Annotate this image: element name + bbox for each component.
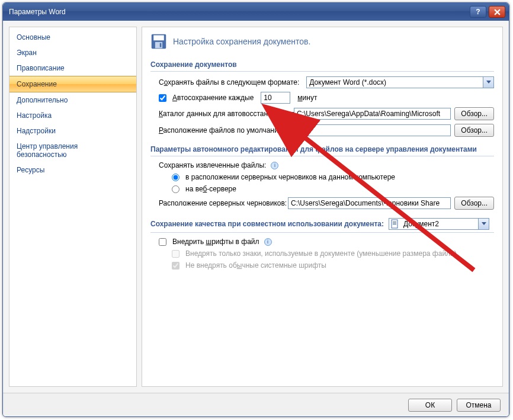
info-icon[interactable]: i xyxy=(264,238,272,246)
close-icon xyxy=(494,9,501,15)
sidebar-item-advanced[interactable]: Дополнительно xyxy=(9,92,136,108)
row-embed-fonts: Внедрить шрифты в файл i xyxy=(150,238,494,246)
cancel-button[interactable]: Отмена xyxy=(457,399,501,412)
embed-subset-checkbox xyxy=(172,250,179,258)
section-offline-title: Параметры автономного редактирования для… xyxy=(150,143,494,156)
close-button[interactable] xyxy=(489,6,505,18)
row-no-system-fonts: Не внедрять обычные системные шрифты xyxy=(150,261,494,270)
chevron-down-icon xyxy=(478,219,489,229)
server-drafts-label: Расположение серверных черновиков: xyxy=(159,199,284,207)
window-title: Параметры Word xyxy=(9,8,470,16)
draft-server-label: на веб-сервере xyxy=(185,185,236,193)
row-draft-location-local: в расположении серверных черновиков на д… xyxy=(150,173,494,181)
row-save-checked-out: Сохранять извлеченные файлы: i xyxy=(150,161,494,169)
svg-rect-6 xyxy=(393,223,396,223)
fidelity-doc-combo[interactable]: Документ2 xyxy=(389,218,489,230)
section-save-documents-title: Сохранение документов xyxy=(150,58,494,72)
default-location-browse-button[interactable]: Обзор... xyxy=(454,124,494,137)
main-panel: Настройка сохранения документов. Сохране… xyxy=(142,27,503,387)
sidebar-item-save[interactable]: Сохранение xyxy=(9,76,136,92)
row-draft-location-server: на веб-сервере xyxy=(150,185,494,193)
autosave-interval-input[interactable] xyxy=(261,92,290,104)
section-fidelity-title: Сохранение качества при совместном испол… xyxy=(150,216,494,233)
sidebar-item-proofing[interactable]: Правописание xyxy=(9,60,136,76)
sidebar-item-display[interactable]: Экран xyxy=(9,45,136,60)
sidebar-item-resources[interactable]: Ресурсы xyxy=(9,162,136,178)
page-heading: Настройка сохранения документов. xyxy=(150,33,494,50)
recovery-location-label: Каталог данных для автовосстановления: xyxy=(159,110,290,118)
titlebar-buttons: ? xyxy=(470,6,505,18)
default-location-label: Расположение файлов по умолчанию: xyxy=(159,126,290,134)
dialog-body: Основные Экран Правописание Сохранение Д… xyxy=(3,21,509,393)
row-recovery-location: Каталог данных для автовосстановления: О… xyxy=(150,107,494,120)
draft-local-radio[interactable] xyxy=(172,174,179,181)
row-save-format: Сохранять файлы в следующем формате: Док… xyxy=(150,76,494,88)
page-heading-text: Настройка сохранения документов. xyxy=(173,37,310,46)
save-checked-out-label: Сохранять извлеченные файлы: xyxy=(159,161,266,169)
row-embed-subset: Внедрять только знаки, используемые в до… xyxy=(150,249,494,258)
row-default-location: Расположение файлов по умолчанию: Обзор.… xyxy=(150,124,494,137)
document-icon xyxy=(390,219,400,229)
row-autosave: Автосохранение каждые минут xyxy=(150,92,494,104)
sidebar-item-addins[interactable]: Надстройки xyxy=(9,123,136,139)
no-system-fonts-checkbox xyxy=(172,262,179,270)
row-server-drafts: Расположение серверных черновиков: Обзор… xyxy=(150,197,494,210)
sidebar-item-customize[interactable]: Настройка xyxy=(9,108,136,123)
svg-rect-7 xyxy=(393,224,396,225)
help-button[interactable]: ? xyxy=(470,6,486,18)
chevron-down-icon xyxy=(483,77,493,88)
category-sidebar: Основные Экран Правописание Сохранение Д… xyxy=(9,27,137,387)
dialog-window: Параметры Word ? Основные Экран Правопис… xyxy=(2,2,509,417)
default-location-input[interactable] xyxy=(294,124,451,136)
autosave-label: Автосохранение каждые xyxy=(172,94,254,102)
save-format-label: Сохранять файлы в следующем формате: xyxy=(159,78,299,86)
embed-subset-label: Внедрять только знаки, используемые в до… xyxy=(185,249,457,258)
ok-button[interactable]: ОК xyxy=(408,399,452,412)
svg-rect-1 xyxy=(153,36,164,41)
recovery-browse-button[interactable]: Обзор... xyxy=(454,107,494,120)
svg-rect-3 xyxy=(160,43,162,47)
sidebar-item-general[interactable]: Основные xyxy=(9,30,136,45)
embed-fonts-checkbox[interactable] xyxy=(159,238,166,246)
autosave-unit: минут xyxy=(297,94,317,102)
save-format-combo[interactable]: Документ Word (*.docx) xyxy=(306,76,494,88)
draft-local-label: в расположении серверных черновиков на д… xyxy=(185,173,395,181)
sidebar-item-trustcenter[interactable]: Центр управления безопасностью xyxy=(9,139,136,162)
embed-fonts-label: Внедрить шрифты в файл xyxy=(172,238,259,246)
save-icon xyxy=(150,33,167,50)
info-icon[interactable]: i xyxy=(271,162,278,169)
no-system-fonts-label: Не внедрять обычные системные шрифты xyxy=(185,261,326,270)
draft-server-radio[interactable] xyxy=(172,185,179,193)
dialog-footer: ОК Отмена xyxy=(3,393,509,416)
recovery-location-input[interactable] xyxy=(294,108,451,120)
titlebar: Параметры Word ? xyxy=(3,3,509,21)
autosave-checkbox[interactable] xyxy=(159,94,166,102)
server-drafts-input[interactable] xyxy=(288,197,451,209)
svg-rect-5 xyxy=(393,222,396,222)
server-drafts-browse-button[interactable]: Обзор... xyxy=(454,197,494,210)
